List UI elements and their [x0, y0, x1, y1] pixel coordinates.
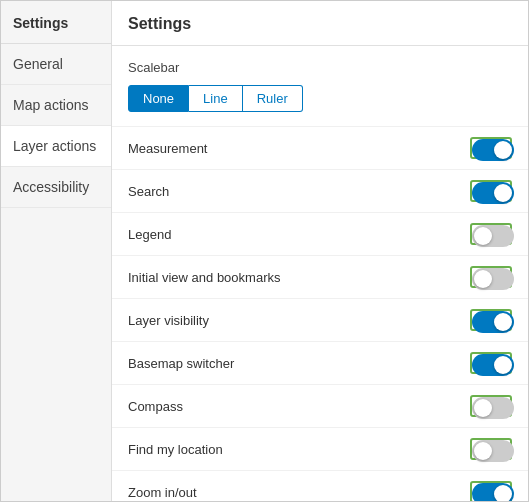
compass-toggle[interactable]: [470, 395, 512, 417]
basemap-switcher-row: Basemap switcher: [112, 342, 528, 385]
sidebar-item-map-actions[interactable]: Map actions: [1, 85, 111, 126]
measurement-row: Measurement: [112, 127, 528, 170]
app-container: Settings General Map actions Layer actio…: [0, 0, 529, 502]
legend-label: Legend: [128, 227, 171, 242]
zoom-toggle[interactable]: [470, 481, 512, 501]
scalebar-label: Scalebar: [128, 60, 512, 75]
search-toggle[interactable]: [470, 180, 512, 202]
scalebar-ruler-button[interactable]: Ruler: [243, 85, 303, 112]
compass-row: Compass: [112, 385, 528, 428]
search-row: Search: [112, 170, 528, 213]
basemap-switcher-label: Basemap switcher: [128, 356, 234, 371]
initial-view-label: Initial view and bookmarks: [128, 270, 280, 285]
search-label: Search: [128, 184, 169, 199]
scalebar-none-button[interactable]: None: [128, 85, 189, 112]
sidebar-title: Settings: [1, 1, 111, 44]
page-title: Settings: [112, 1, 528, 46]
legend-row: Legend: [112, 213, 528, 256]
sidebar-item-general[interactable]: General: [1, 44, 111, 85]
zoom-label: Zoom in/out: [128, 485, 197, 500]
initial-view-toggle[interactable]: [470, 266, 512, 288]
find-location-toggle[interactable]: [470, 438, 512, 460]
measurement-label: Measurement: [128, 141, 207, 156]
find-location-label: Find my location: [128, 442, 223, 457]
scalebar-line-button[interactable]: Line: [189, 85, 243, 112]
zoom-row: Zoom in/out: [112, 471, 528, 501]
basemap-switcher-toggle[interactable]: [470, 352, 512, 374]
measurement-toggle[interactable]: [470, 137, 512, 159]
legend-toggle[interactable]: [470, 223, 512, 245]
main-content: Settings Scalebar None Line Ruler Measur…: [112, 1, 528, 501]
sidebar-item-accessibility[interactable]: Accessibility: [1, 167, 111, 208]
settings-rows-container: Measurement Search Legend: [112, 127, 528, 501]
initial-view-row: Initial view and bookmarks: [112, 256, 528, 299]
scalebar-section: Scalebar None Line Ruler: [112, 46, 528, 127]
scalebar-button-group: None Line Ruler: [128, 85, 512, 112]
sidebar: Settings General Map actions Layer actio…: [1, 1, 112, 501]
layer-visibility-toggle[interactable]: [470, 309, 512, 331]
layer-visibility-row: Layer visibility: [112, 299, 528, 342]
find-location-row: Find my location: [112, 428, 528, 471]
sidebar-item-layer-actions[interactable]: Layer actions: [1, 126, 111, 167]
compass-label: Compass: [128, 399, 183, 414]
layer-visibility-label: Layer visibility: [128, 313, 209, 328]
